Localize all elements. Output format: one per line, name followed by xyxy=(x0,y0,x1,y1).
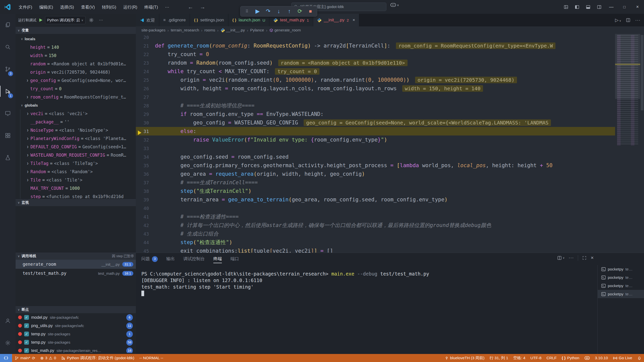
variable-row[interactable]: ❯ PlanetaryWindConfig = <class 'Planeta… xyxy=(20,134,136,143)
breakpoint-row[interactable]: ✓ png_utils.py site-packages\wfc 11 xyxy=(16,322,136,330)
code-line-42[interactable]: 42 # 计算每一个出口的中心，然后使用astar生成路径，确保每一个出口组合都… xyxy=(136,221,615,230)
variable-row[interactable]: origin = vec2i(7205730, 9024468) xyxy=(16,68,136,76)
terminal-instance[interactable]: pocketpy te… xyxy=(598,290,644,298)
minimap-slider[interactable] xyxy=(615,34,640,99)
code-line-38[interactable]: 38 step("生成TerrainCell") xyxy=(136,187,615,195)
line-number[interactable]: 25 xyxy=(136,77,155,83)
variables-section-header[interactable]: ∨ 变量 xyxy=(16,26,136,34)
code-line-44[interactable]: 44 step("检查连通性") xyxy=(136,238,615,247)
minimap[interactable] xyxy=(615,34,640,253)
menu-item-···[interactable]: ··· xyxy=(162,3,173,12)
maximize-panel-icon[interactable] xyxy=(582,256,587,260)
code-line-30[interactable]: 30 geo_config = WASTELAND_GEO_CONFIGgeo_… xyxy=(136,118,615,127)
code-line-23[interactable]: 23 random = Random(room_config.seed)rand… xyxy=(136,59,615,67)
code-line-34[interactable]: 34 geo_config.seed = room_config.seed xyxy=(136,153,615,161)
split-editor-icon[interactable] xyxy=(626,18,631,23)
panel-tab-输出[interactable]: 输出 xyxy=(166,253,175,265)
variable-row[interactable]: ❯ room_config = RoomRequestConfig(env_t… xyxy=(16,93,136,101)
line-number[interactable]: 28 xyxy=(136,103,155,108)
start-debug-icon[interactable] xyxy=(38,18,43,22)
code-line-24[interactable]: 24 while try_count < MAX_TRY_COUNT:try_c… xyxy=(136,67,615,76)
breadcrumb-item[interactable]: generate_room xyxy=(269,28,301,32)
line-number[interactable]: 39 xyxy=(136,197,155,202)
run-dropdown-icon[interactable]: ▷ ∨ xyxy=(615,17,621,23)
editor-scrollbar[interactable] xyxy=(640,34,644,253)
forward-arrow-icon[interactable]: → xyxy=(200,4,205,10)
tab-__init__.py[interactable]: __init__.py 2 × xyxy=(313,14,359,26)
breakpoint-checkbox[interactable]: ✓ xyxy=(24,332,29,336)
code-line-39[interactable]: 39 terrain_area = geo_area_to_terrain(ge… xyxy=(136,195,615,204)
breadcrumb-item[interactable]: terrain_research xyxy=(171,28,199,32)
code-line-37[interactable]: 37 # ====生成TerrainCell==== xyxy=(136,178,615,187)
gear-icon[interactable] xyxy=(88,16,95,24)
line-number[interactable]: 27 xyxy=(136,95,155,100)
variable-row[interactable]: ❯ TileTag = <class 'TileTag'> xyxy=(20,159,136,167)
more-actions-icon[interactable]: ··· xyxy=(97,16,105,24)
customize-layout-icon[interactable] xyxy=(560,0,572,14)
status-item--- NORMAL --[interactable]: -- NORMAL -- xyxy=(137,354,166,362)
code-line-28[interactable]: 28 # ====生成初始地理信息==== xyxy=(136,101,615,110)
terminal-instance[interactable]: pocketpy te… xyxy=(598,273,644,282)
breadcrumb-item[interactable]: site-packages xyxy=(141,28,166,32)
variable-row[interactable]: random = <Random object at 0x1bf9d01e… xyxy=(16,60,136,68)
status-item[interactable] xyxy=(582,354,592,362)
status-item-main*[interactable]: main* ⟳ xyxy=(12,354,38,362)
more-actions-icon[interactable]: ··· xyxy=(569,255,574,260)
status-item-Python[interactable]: { } Python xyxy=(559,354,582,362)
breadcrumb-item[interactable]: __init__.py xyxy=(221,28,245,32)
menu-item-运行(R)[interactable]: 运行(R) xyxy=(120,3,141,12)
line-number[interactable]: 35 xyxy=(136,163,155,168)
split-terminal-icon[interactable]: ∨ xyxy=(557,255,565,260)
status-item-Go Live[interactable]: Go Live xyxy=(611,354,635,362)
code-editor[interactable]: 20 21 def generate_room(room_config: Roo… xyxy=(136,34,644,253)
activity-item-remote-explorer[interactable] xyxy=(0,102,16,124)
line-number[interactable]: 22 xyxy=(136,52,155,57)
stop-icon[interactable]: ■ xyxy=(306,7,315,16)
code-line-33[interactable]: 33 xyxy=(136,144,615,153)
close-panel-icon[interactable]: × xyxy=(591,255,594,261)
status-item-空格: 4[interactable]: 空格: 4 xyxy=(511,354,528,362)
step-into-icon[interactable]: ↓ xyxy=(274,7,283,16)
breadcrumb-item[interactable]: rooms xyxy=(205,28,215,32)
code-line-43[interactable]: 43 # 生成出口组合 xyxy=(136,230,615,238)
terminal-instance[interactable]: pocketpy te… xyxy=(598,265,644,273)
activity-item-account[interactable] xyxy=(0,310,16,332)
launch-config-select[interactable]: Python 调试程序: 启 ∨ xyxy=(45,16,86,24)
line-number[interactable]: 23 xyxy=(136,60,155,66)
variable-row[interactable]: __package__ = '' xyxy=(20,118,136,126)
toggle-secondary-sidebar-icon[interactable] xyxy=(594,0,605,14)
activity-item-settings-gear[interactable] xyxy=(0,332,16,354)
step-out-icon[interactable]: ↑ xyxy=(285,7,294,16)
code-line-26[interactable]: 26 width, height = room_config.layout.n_… xyxy=(136,84,615,93)
status-item-3.10.10[interactable]: 3.10.10 xyxy=(592,354,611,362)
line-number[interactable]: 33 xyxy=(136,146,155,151)
code-line-29[interactable]: 29 if room_config.env_type == EnvType.WA… xyxy=(136,110,615,118)
activity-item-testing[interactable] xyxy=(0,147,16,169)
tab-settings.json[interactable]: { } settings.json xyxy=(190,14,228,26)
status-item-Python 调试程序: 启动文件 (godot-ldtk)[interactable]: Python 调试程序: 启动文件 (godot-ldtk) xyxy=(59,354,137,362)
line-number[interactable]: 42 xyxy=(136,223,155,228)
status-item-UTF-8[interactable]: UTF-8 xyxy=(528,354,544,362)
status-item-行 31, 列 1[interactable]: 行 31, 列 1 xyxy=(487,354,511,362)
breakpoint-row[interactable]: ✓ temp.py site-packages 58 xyxy=(16,338,136,346)
code-line-45[interactable]: 45 exit_combinations:list[tuple[vec2i, v… xyxy=(136,247,615,253)
line-number[interactable]: 38 xyxy=(136,189,155,194)
variable-row[interactable]: ❯ vec2i = <class 'vec2i'> xyxy=(20,109,136,118)
code-line-25[interactable]: 25 origin = vec2i(random.randint(0, 1000… xyxy=(136,76,615,84)
code-line-22[interactable]: 22 try_count = 0 xyxy=(136,50,615,59)
status-item[interactable] xyxy=(0,354,12,362)
variable-row[interactable]: ❯ Tile = <class 'Tile'> xyxy=(20,176,136,184)
step-over-icon[interactable]: ↷ xyxy=(264,7,273,16)
terminal-instance[interactable]: pocketpy te… xyxy=(598,282,644,290)
tab-.gdignore[interactable]: ≡ .gdignore xyxy=(159,14,190,26)
code-line-36[interactable]: 36 geo_area = request_area(origin, width… xyxy=(136,170,615,178)
line-number[interactable]: 41 xyxy=(136,214,155,219)
call-stack-frame[interactable]: test/test_math.py test_math.py 16:1 xyxy=(16,269,136,278)
activity-item-run-and-debug[interactable]: 1 xyxy=(0,80,16,102)
variable-row[interactable]: width = 150 xyxy=(16,51,136,60)
line-number[interactable]: 32 xyxy=(136,137,155,143)
panel-tab-调试控制台[interactable]: 调试控制台 xyxy=(183,253,205,265)
variable-row[interactable]: height = 140 xyxy=(16,43,136,51)
activity-item-source-control[interactable]: 3 xyxy=(0,58,16,80)
activity-item-explorer[interactable] xyxy=(0,14,16,36)
